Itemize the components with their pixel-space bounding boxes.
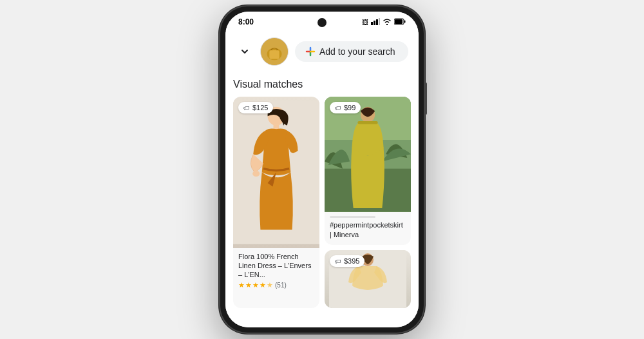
product-info-2: #peppermintpocketskirt | Minerva <box>325 212 411 246</box>
camera-notch <box>317 18 327 27</box>
visual-matches-section: Visual matches <box>225 71 419 327</box>
tag-icon-2: 🏷 <box>335 104 341 111</box>
product-info-1: Flora 100% French Linen Dress – L'Envers… <box>233 248 319 295</box>
phone-device: 8:00 🖼 <box>219 5 425 334</box>
star-3: ★ <box>252 281 259 289</box>
avatar <box>260 37 289 66</box>
product-item-2[interactable]: 🏷 $99 #peppermintpocketskirt | Minerva <box>325 97 411 245</box>
price-1: $125 <box>252 104 268 111</box>
add-to-search-button[interactable]: Add to your search <box>295 41 408 62</box>
svg-rect-3 <box>379 18 380 25</box>
star-1: ★ <box>238 281 245 289</box>
review-count-1: (51) <box>275 282 287 289</box>
product-name-2: #peppermintpocketskirt | Minerva <box>330 220 406 240</box>
price-badge-1: 🏷 $125 <box>238 102 273 113</box>
power-button[interactable] <box>425 82 427 115</box>
svg-rect-2 <box>376 19 378 25</box>
source-line-2 <box>330 216 375 218</box>
status-icons: 🖼 <box>362 18 406 26</box>
tag-icon-3: 🏷 <box>335 258 341 265</box>
svg-rect-0 <box>371 22 373 25</box>
product-name-1: Flora 100% French Linen Dress – L'Envers… <box>238 252 314 280</box>
product-grid: 🏷 $125 Flora 100% French Linen Dress – L… <box>233 97 411 308</box>
price-2: $99 <box>344 104 355 111</box>
price-3: $395 <box>344 257 359 265</box>
price-badge-2: 🏷 $99 <box>330 102 361 113</box>
svg-rect-1 <box>374 21 375 25</box>
tag-icon-1: 🏷 <box>243 104 250 111</box>
battery-icon <box>394 18 406 26</box>
svg-rect-22 <box>357 121 377 124</box>
star-2: ★ <box>245 281 252 289</box>
star-5-half: ★ <box>267 281 273 289</box>
svg-rect-5 <box>404 20 406 23</box>
product-image-1 <box>233 97 319 248</box>
svg-rect-9 <box>269 50 279 59</box>
svg-rect-6 <box>395 19 402 24</box>
section-title: Visual matches <box>233 79 411 90</box>
rating-row-1: ★ ★ ★ ★ ★ (51) <box>238 281 314 289</box>
stars-1: ★ ★ ★ ★ ★ <box>238 281 273 289</box>
product-item-1[interactable]: 🏷 $125 Flora 100% French Linen Dress – L… <box>233 97 319 308</box>
signal-bars-icon <box>371 18 380 26</box>
star-4: ★ <box>260 281 266 289</box>
product-item-3[interactable]: 🏷 $395 <box>325 250 411 308</box>
photo-icon: 🖼 <box>362 19 368 26</box>
product-image-2 <box>325 97 411 212</box>
wifi-icon <box>383 18 392 26</box>
price-badge-3: 🏷 $395 <box>330 255 365 267</box>
plus-icon <box>305 46 316 57</box>
phone-screen: 8:00 🖼 <box>225 12 419 327</box>
search-area: Add to your search <box>225 32 419 71</box>
status-time: 8:00 <box>238 17 254 26</box>
back-chevron-button[interactable] <box>236 43 254 61</box>
svg-point-17 <box>252 171 260 177</box>
add-to-search-label: Add to your search <box>319 46 395 57</box>
